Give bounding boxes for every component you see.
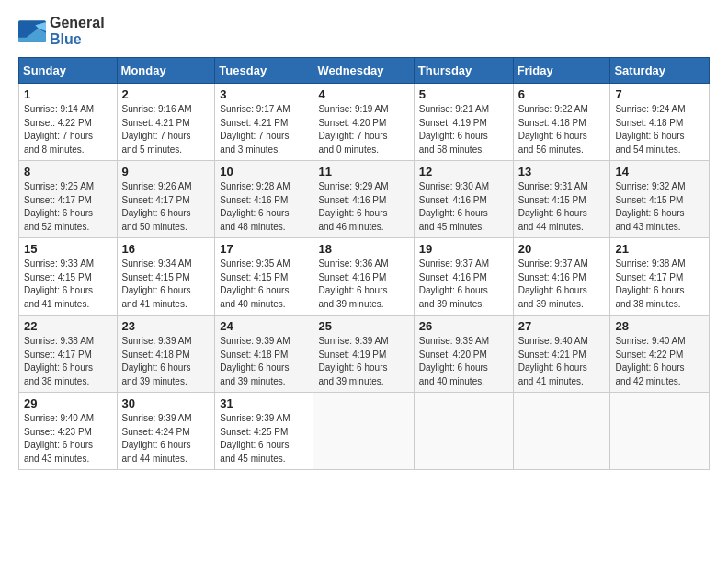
day-number: 11 — [318, 165, 409, 178]
day-info: Sunrise: 9:28 AM Sunset: 4:16 PM Dayligh… — [220, 180, 309, 234]
logo-blue: Blue — [50, 31, 82, 47]
calendar-cell: 8Sunrise: 9:25 AM Sunset: 4:17 PM Daylig… — [19, 161, 118, 238]
day-number: 14 — [615, 165, 705, 178]
day-number: 24 — [220, 319, 309, 333]
calendar-cell: 26Sunrise: 9:39 AM Sunset: 4:20 PM Dayli… — [414, 316, 513, 393]
calendar-cell: 4Sunrise: 9:19 AM Sunset: 4:20 PM Daylig… — [313, 84, 414, 161]
day-number: 9 — [122, 165, 211, 178]
day-number: 10 — [220, 165, 309, 178]
day-info: Sunrise: 9:14 AM Sunset: 4:22 PM Dayligh… — [24, 103, 113, 156]
day-info: Sunrise: 9:33 AM Sunset: 4:15 PM Dayligh… — [24, 258, 113, 311]
calendar-cell: 18Sunrise: 9:36 AM Sunset: 4:16 PM Dayli… — [313, 238, 414, 316]
day-number: 21 — [615, 242, 705, 256]
day-number: 29 — [24, 396, 113, 410]
logo-icon — [18, 20, 46, 42]
day-info: Sunrise: 9:36 AM Sunset: 4:16 PM Dayligh… — [318, 258, 409, 311]
calendar-cell: 27Sunrise: 9:40 AM Sunset: 4:21 PM Dayli… — [513, 316, 610, 393]
calendar: SundayMondayTuesdayWednesdayThursdayFrid… — [18, 57, 710, 470]
day-info: Sunrise: 9:39 AM Sunset: 4:19 PM Dayligh… — [318, 335, 409, 388]
day-number: 23 — [122, 319, 211, 333]
calendar-cell: 23Sunrise: 9:39 AM Sunset: 4:18 PM Dayli… — [117, 316, 215, 393]
day-info: Sunrise: 9:29 AM Sunset: 4:16 PM Dayligh… — [318, 180, 409, 234]
day-number: 26 — [419, 319, 509, 333]
col-header-friday: Friday — [513, 58, 610, 84]
day-number: 5 — [419, 87, 509, 101]
calendar-cell: 25Sunrise: 9:39 AM Sunset: 4:19 PM Dayli… — [313, 316, 414, 393]
day-info: Sunrise: 9:34 AM Sunset: 4:15 PM Dayligh… — [122, 258, 211, 311]
day-number: 16 — [122, 242, 211, 256]
calendar-cell: 7Sunrise: 9:24 AM Sunset: 4:18 PM Daylig… — [610, 84, 710, 161]
day-info: Sunrise: 9:39 AM Sunset: 4:18 PM Dayligh… — [220, 335, 309, 388]
calendar-cell: 17Sunrise: 9:35 AM Sunset: 4:15 PM Dayli… — [215, 238, 313, 316]
calendar-cell — [610, 393, 710, 470]
calendar-cell: 20Sunrise: 9:37 AM Sunset: 4:16 PM Dayli… — [513, 238, 610, 316]
calendar-cell: 12Sunrise: 9:30 AM Sunset: 4:16 PM Dayli… — [414, 161, 513, 238]
calendar-cell: 2Sunrise: 9:16 AM Sunset: 4:21 PM Daylig… — [117, 84, 215, 161]
calendar-cell: 31Sunrise: 9:39 AM Sunset: 4:25 PM Dayli… — [215, 393, 313, 470]
day-info: Sunrise: 9:16 AM Sunset: 4:21 PM Dayligh… — [122, 103, 211, 156]
calendar-cell — [513, 393, 610, 470]
col-header-wednesday: Wednesday — [313, 58, 414, 84]
calendar-cell: 11Sunrise: 9:29 AM Sunset: 4:16 PM Dayli… — [313, 161, 414, 238]
day-number: 22 — [24, 319, 113, 333]
calendar-cell: 1Sunrise: 9:14 AM Sunset: 4:22 PM Daylig… — [19, 84, 118, 161]
day-number: 31 — [220, 396, 309, 410]
calendar-cell: 24Sunrise: 9:39 AM Sunset: 4:18 PM Dayli… — [215, 316, 313, 393]
day-info: Sunrise: 9:24 AM Sunset: 4:18 PM Dayligh… — [615, 103, 705, 156]
day-info: Sunrise: 9:32 AM Sunset: 4:15 PM Dayligh… — [615, 180, 705, 234]
day-info: Sunrise: 9:17 AM Sunset: 4:21 PM Dayligh… — [220, 103, 309, 156]
calendar-cell: 9Sunrise: 9:26 AM Sunset: 4:17 PM Daylig… — [117, 161, 215, 238]
calendar-cell: 16Sunrise: 9:34 AM Sunset: 4:15 PM Dayli… — [117, 238, 215, 316]
calendar-cell: 19Sunrise: 9:37 AM Sunset: 4:16 PM Dayli… — [414, 238, 513, 316]
day-info: Sunrise: 9:38 AM Sunset: 4:17 PM Dayligh… — [615, 258, 705, 311]
calendar-cell: 5Sunrise: 9:21 AM Sunset: 4:19 PM Daylig… — [414, 84, 513, 161]
day-number: 4 — [318, 87, 409, 101]
logo: General Blue — [18, 15, 105, 48]
day-number: 13 — [518, 165, 607, 178]
day-info: Sunrise: 9:39 AM Sunset: 4:18 PM Dayligh… — [122, 335, 211, 388]
day-number: 27 — [518, 319, 607, 333]
day-number: 19 — [419, 242, 509, 256]
col-header-tuesday: Tuesday — [215, 58, 313, 84]
calendar-cell: 6Sunrise: 9:22 AM Sunset: 4:18 PM Daylig… — [513, 84, 610, 161]
day-info: Sunrise: 9:21 AM Sunset: 4:19 PM Dayligh… — [419, 103, 509, 156]
day-info: Sunrise: 9:40 AM Sunset: 4:21 PM Dayligh… — [518, 335, 607, 388]
day-number: 30 — [122, 396, 211, 410]
day-info: Sunrise: 9:35 AM Sunset: 4:15 PM Dayligh… — [220, 258, 309, 311]
day-info: Sunrise: 9:25 AM Sunset: 4:17 PM Dayligh… — [24, 180, 113, 234]
calendar-cell: 22Sunrise: 9:38 AM Sunset: 4:17 PM Dayli… — [19, 316, 118, 393]
day-number: 17 — [220, 242, 309, 256]
day-number: 1 — [24, 87, 113, 101]
col-header-sunday: Sunday — [19, 58, 118, 84]
calendar-cell: 28Sunrise: 9:40 AM Sunset: 4:22 PM Dayli… — [610, 316, 710, 393]
day-info: Sunrise: 9:39 AM Sunset: 4:20 PM Dayligh… — [419, 335, 509, 388]
calendar-cell: 14Sunrise: 9:32 AM Sunset: 4:15 PM Dayli… — [610, 161, 710, 238]
day-number: 7 — [615, 87, 705, 101]
day-info: Sunrise: 9:40 AM Sunset: 4:22 PM Dayligh… — [615, 335, 705, 388]
day-number: 20 — [518, 242, 607, 256]
day-info: Sunrise: 9:40 AM Sunset: 4:23 PM Dayligh… — [24, 412, 113, 465]
calendar-cell: 15Sunrise: 9:33 AM Sunset: 4:15 PM Dayli… — [19, 238, 118, 316]
day-number: 28 — [615, 319, 705, 333]
col-header-monday: Monday — [117, 58, 215, 84]
day-info: Sunrise: 9:30 AM Sunset: 4:16 PM Dayligh… — [419, 180, 509, 234]
day-number: 6 — [518, 87, 607, 101]
day-info: Sunrise: 9:38 AM Sunset: 4:17 PM Dayligh… — [24, 335, 113, 388]
day-number: 8 — [24, 165, 113, 178]
day-info: Sunrise: 9:31 AM Sunset: 4:15 PM Dayligh… — [518, 180, 607, 234]
calendar-cell: 3Sunrise: 9:17 AM Sunset: 4:21 PM Daylig… — [215, 84, 313, 161]
day-info: Sunrise: 9:22 AM Sunset: 4:18 PM Dayligh… — [518, 103, 607, 156]
logo-general: General — [50, 15, 105, 30]
day-number: 12 — [419, 165, 509, 178]
calendar-cell: 29Sunrise: 9:40 AM Sunset: 4:23 PM Dayli… — [19, 393, 118, 470]
day-number: 18 — [318, 242, 409, 256]
day-number: 15 — [24, 242, 113, 256]
col-header-thursday: Thursday — [414, 58, 513, 84]
calendar-cell — [414, 393, 513, 470]
day-number: 25 — [318, 319, 409, 333]
day-info: Sunrise: 9:39 AM Sunset: 4:24 PM Dayligh… — [122, 412, 211, 465]
day-number: 2 — [122, 87, 211, 101]
col-header-saturday: Saturday — [610, 58, 710, 84]
day-number: 3 — [220, 87, 309, 101]
day-info: Sunrise: 9:26 AM Sunset: 4:17 PM Dayligh… — [122, 180, 211, 234]
